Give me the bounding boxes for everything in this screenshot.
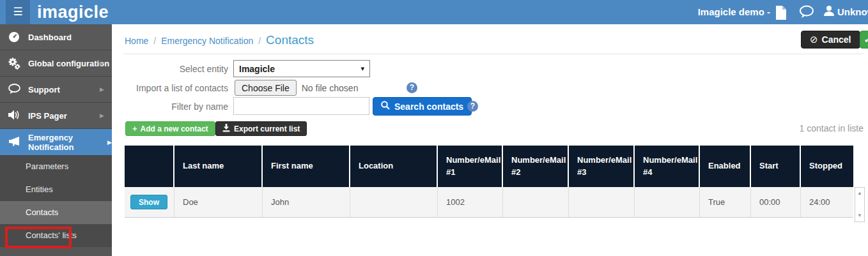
cancel-button-label: Cancel (822, 34, 851, 45)
select-entity-label: Select entity (112, 64, 228, 74)
column-header-number-email-1: Number/eMail #1 (438, 146, 503, 187)
column-header-first-name: First name (263, 146, 350, 187)
add-button-label: Add a new contact (141, 124, 208, 133)
breadcrumb-separator: / (258, 36, 261, 46)
contacts-table: Last name First name Location Number/eMa… (125, 146, 853, 218)
sidebar-item-contacts[interactable]: Contacts (0, 201, 112, 224)
row-actions-cell: Show (125, 187, 174, 217)
table-header-row: Last name First name Location Number/eMa… (125, 146, 853, 187)
add-contact-button[interactable]: + Add a new contact (125, 121, 215, 136)
sidebar: Dashboard Global configuration ▶ Support… (0, 24, 112, 256)
gears-icon (8, 57, 20, 69)
breadcrumb-separator: / (153, 36, 156, 46)
tenant-name: Imagicle demo - (665, 0, 770, 24)
sidebar-item-label: Global configuration (28, 59, 109, 68)
cancel-icon: ⊘ (810, 34, 818, 45)
plus-icon: + (132, 124, 137, 133)
sidebar-item-label: IPS Pager (28, 111, 67, 121)
chevron-down-icon: ▾ (360, 64, 364, 73)
support-chat-icon (8, 84, 20, 95)
breadcrumb-home-link[interactable]: Home (125, 36, 148, 46)
contact-count-label: 1 contact in liste (800, 123, 864, 133)
header-divider (123, 54, 864, 54)
megaphone-icon (8, 137, 20, 148)
column-header-last-name: Last name (174, 146, 263, 187)
sidebar-item-emergency-notification[interactable]: Emergency Notification ▶ (0, 129, 112, 155)
check-icon: ✔ (864, 35, 868, 45)
search-button-label: Search contacts (394, 102, 463, 112)
cell-location (350, 187, 438, 217)
sidebar-item-dashboard[interactable]: Dashboard (0, 24, 112, 50)
document-icon[interactable] (775, 5, 790, 20)
breadcrumb: Home / Emergency Notification / Contacts (125, 33, 314, 47)
sidebar-footer (0, 247, 112, 256)
hamburger-menu-icon[interactable]: ☰ (6, 0, 30, 24)
cancel-button[interactable]: ⊘ Cancel (801, 31, 860, 49)
choose-file-button[interactable]: Choose File (235, 80, 297, 96)
cell-enabled: True (700, 187, 751, 217)
sidebar-item-label: Dashboard (28, 33, 72, 42)
sidebar-item-label: Support (28, 85, 60, 94)
cell-stopped: 24:00 (801, 187, 853, 217)
annotation-highlight-box (5, 227, 72, 248)
entity-select[interactable]: Imagicle ▾ (233, 60, 370, 77)
column-header-number-email-2: Number/eMail #2 (503, 146, 569, 187)
table-row: Show Doe John 1002 True 00:00 24:00 (125, 187, 853, 218)
column-header-number-email-3: Number/eMail #3 (569, 146, 635, 187)
cell-number-email-1: 1002 (438, 187, 503, 217)
cell-start: 00:00 (751, 187, 801, 217)
sidebar-item-label: Emergency Notification (28, 133, 104, 152)
chevron-right-icon: ▶ (100, 60, 104, 66)
column-header-actions (125, 146, 174, 187)
top-bar: ☰ imagicle Imagicle demo - Unknown (0, 0, 868, 24)
export-list-button[interactable]: Export current list (215, 121, 307, 136)
sidebar-item-parameters[interactable]: Parameters (0, 155, 112, 178)
column-header-enabled: Enabled (700, 146, 751, 187)
dashboard-gauge-icon (8, 31, 20, 43)
filter-name-input[interactable] (233, 97, 369, 115)
show-button[interactable]: Show (130, 195, 167, 209)
column-header-number-email-4: Number/eMail #4 (635, 146, 700, 187)
chevron-right-icon: ▶ (100, 112, 104, 119)
sidebar-item-support[interactable]: Support ▶ (0, 77, 112, 103)
column-header-location: Location (350, 146, 438, 187)
filter-by-name-label: Filter by name (112, 102, 228, 112)
table-scrollbar[interactable]: ▲ ▼ (855, 187, 865, 222)
import-contacts-label: Import a list of contacts (112, 83, 228, 93)
cell-last-name: Doe (174, 187, 263, 217)
page-title: Contacts (266, 33, 314, 47)
scroll-down-icon[interactable]: ▼ (857, 213, 862, 218)
search-help-icon[interactable]: ? (467, 101, 478, 112)
cell-number-email-3 (569, 187, 635, 217)
save-button[interactable]: ✔ (860, 31, 868, 49)
cell-number-email-2 (503, 187, 569, 217)
speaker-icon (8, 110, 20, 121)
column-header-start: Start (751, 146, 801, 187)
export-button-label: Export current list (234, 124, 300, 133)
username-label[interactable]: Unknown (837, 0, 868, 24)
file-chosen-status: No file chosen (302, 83, 359, 93)
column-header-stopped: Stopped (801, 146, 853, 187)
sidebar-item-entities[interactable]: Entities (0, 178, 112, 201)
chat-bubble-icon[interactable] (799, 5, 814, 20)
cell-first-name: John (263, 187, 350, 217)
import-help-icon[interactable]: ? (407, 82, 417, 93)
search-icon (381, 101, 390, 112)
app-window: ☰ imagicle Imagicle demo - Unknown Dashb… (0, 0, 868, 256)
scroll-up-icon[interactable]: ▲ (857, 191, 862, 196)
entity-select-value: Imagicle (239, 64, 360, 74)
sidebar-item-global-configuration[interactable]: Global configuration ▶ (0, 50, 112, 77)
user-icon[interactable] (823, 5, 839, 20)
search-contacts-button[interactable]: Search contacts (373, 97, 472, 116)
sidebar-item-ips-pager[interactable]: IPS Pager ▶ (0, 103, 112, 129)
download-icon (222, 124, 230, 134)
breadcrumb-section-link[interactable]: Emergency Notification (161, 36, 253, 46)
brand-logo: imagicle (37, 0, 109, 24)
chevron-right-icon: ▶ (107, 139, 112, 146)
chevron-right-icon: ▶ (100, 86, 104, 93)
file-input: Choose File No file chosen (235, 80, 358, 96)
cell-number-email-4 (635, 187, 700, 217)
